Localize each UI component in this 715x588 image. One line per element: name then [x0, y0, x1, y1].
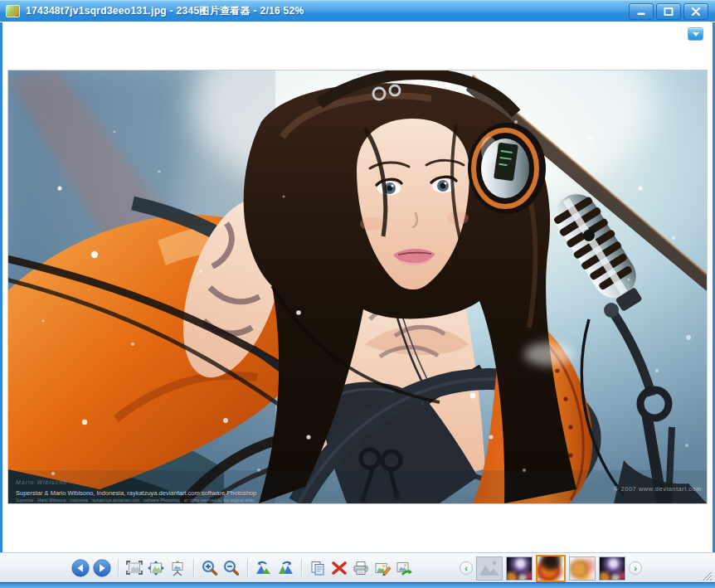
toolbar-separator — [301, 559, 302, 577]
minimize-button[interactable] — [629, 3, 654, 20]
minimize-icon — [636, 7, 646, 16]
filmstrip: ‹ › — [460, 553, 642, 583]
zoom-in-button[interactable] — [199, 557, 221, 579]
image-placeholder-icon — [479, 559, 500, 577]
delete-button[interactable] — [328, 557, 350, 579]
slideshow-button[interactable] — [167, 557, 188, 579]
filmstrip-next-button[interactable]: › — [629, 561, 642, 575]
toolbar: ‹ › — [0, 552, 715, 582]
window-title: 174348t7jv1sqrd3eeo131.jpg - 2345图片查看器 -… — [26, 4, 304, 18]
previous-button[interactable] — [70, 557, 91, 579]
fit-window-button[interactable] — [145, 557, 167, 579]
chevron-right-icon: › — [634, 563, 637, 573]
open-button[interactable] — [393, 557, 415, 579]
next-button[interactable] — [91, 557, 113, 579]
menu-toggle-button[interactable] — [688, 27, 703, 41]
thumbnail-photo-2[interactable] — [506, 556, 533, 581]
resize-grip-icon — [702, 571, 713, 581]
copy-button[interactable] — [307, 557, 328, 579]
actual-size-icon — [125, 560, 143, 576]
open-image-icon — [395, 560, 413, 576]
filmstrip-prev-button[interactable]: ‹ — [460, 561, 473, 575]
toolbar-buttons — [70, 553, 415, 583]
window-controls — [629, 3, 708, 20]
delete-icon — [330, 560, 348, 576]
zoom-in-icon — [201, 560, 219, 576]
close-icon — [691, 7, 701, 16]
arrow-right-circle-icon — [93, 559, 111, 577]
copy-icon — [309, 560, 327, 576]
thumbnail-placeholder[interactable] — [476, 556, 503, 581]
rotate-left-icon — [255, 560, 273, 576]
window-bottom-border — [0, 582, 715, 588]
rotate-left-button[interactable] — [253, 557, 275, 579]
print-icon — [352, 560, 370, 576]
app-window: 174348t7jv1sqrd3eeo131.jpg - 2345图片查看器 -… — [0, 0, 715, 588]
thumbnail-photo-4[interactable] — [569, 556, 596, 581]
fit-window-icon — [147, 560, 165, 576]
image-display: Mario Wibisono Superstar & Mario Wibison… — [8, 70, 707, 503]
actual-size-button[interactable] — [124, 557, 145, 579]
zoom-out-icon — [222, 560, 241, 576]
edit-button[interactable] — [372, 557, 393, 579]
artwork-image — [8, 70, 707, 503]
zoom-out-button[interactable] — [221, 557, 242, 579]
close-button[interactable] — [683, 3, 708, 20]
thumbnail-photo-5[interactable] — [599, 556, 625, 581]
toolbar-separator — [193, 559, 194, 577]
slideshow-icon — [168, 560, 187, 576]
maximize-button[interactable] — [656, 3, 681, 20]
resize-grip[interactable] — [702, 570, 713, 581]
titlebar[interactable]: 174348t7jv1sqrd3eeo131.jpg - 2345图片查看器 -… — [0, 0, 715, 22]
arrow-left-circle-icon — [71, 559, 90, 577]
rotate-right-icon — [276, 560, 294, 576]
app-icon — [6, 5, 20, 17]
rotate-right-button[interactable] — [275, 557, 296, 579]
viewer-canvas: Mario Wibisono Superstar & Mario Wibison… — [0, 22, 715, 552]
toolbar-separator — [247, 559, 248, 577]
edit-icon — [373, 560, 392, 576]
toolbar-separator — [118, 559, 119, 577]
chevron-left-icon: ‹ — [465, 563, 468, 573]
print-button[interactable] — [350, 557, 372, 579]
chevron-down-icon — [693, 32, 699, 36]
maximize-icon — [664, 7, 674, 16]
thumbnail-current-selected[interactable] — [536, 555, 566, 582]
